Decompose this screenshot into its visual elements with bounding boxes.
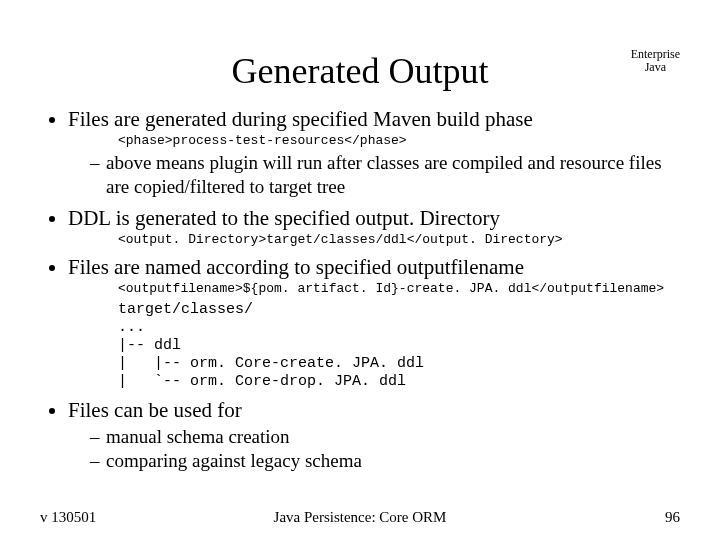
sub-4a-text: manual schema creation xyxy=(90,425,680,449)
bullet-1: Files are generated during specified Mav… xyxy=(68,106,680,199)
footer-version: v 130501 xyxy=(40,509,96,526)
sub-4b-text: comparing against legacy schema xyxy=(90,449,680,473)
sub-list-1: above means plugin will run after classe… xyxy=(68,151,680,199)
sub-list-4: manual schema creation comparing against… xyxy=(68,425,680,473)
code-outputdir: <output. Directory>target/classes/ddl</o… xyxy=(118,233,680,248)
bullet-2-text: DDL is generated to the specified output… xyxy=(68,206,500,230)
sub-1-text: above means plugin will run after classe… xyxy=(90,151,680,199)
bullet-4: Files can be used for manual schema crea… xyxy=(68,397,680,473)
header: Generated Output Enterprise Java xyxy=(40,40,680,100)
footer-title: Java Persistence: Core ORM xyxy=(40,509,680,526)
page-title: Generated Output xyxy=(40,40,680,92)
code-outputfilename: <outputfilename>${pom. artifact. Id}-cre… xyxy=(118,282,680,297)
corner-label: Enterprise Java xyxy=(631,48,680,74)
bullet-3-text: Files are named according to specified o… xyxy=(68,255,524,279)
bullet-4-text: Files can be used for xyxy=(68,398,242,422)
slide: Generated Output Enterprise Java Files a… xyxy=(0,0,720,540)
bullet-1-text: Files are generated during specified Mav… xyxy=(68,107,533,131)
corner-line1: Enterprise xyxy=(631,47,680,61)
code-phase: <phase>process-test-resources</phase> xyxy=(118,134,680,149)
corner-line2: Java xyxy=(645,60,666,74)
file-tree: target/classes/ ... |-- ddl | |-- orm. C… xyxy=(118,301,680,391)
bullet-3: Files are named according to specified o… xyxy=(68,254,680,391)
bullet-2: DDL is generated to the specified output… xyxy=(68,205,680,248)
bullet-list: Files are generated during specified Mav… xyxy=(40,106,680,473)
page-number: 96 xyxy=(665,509,680,526)
footer: v 130501 Java Persistence: Core ORM 96 xyxy=(40,509,680,526)
